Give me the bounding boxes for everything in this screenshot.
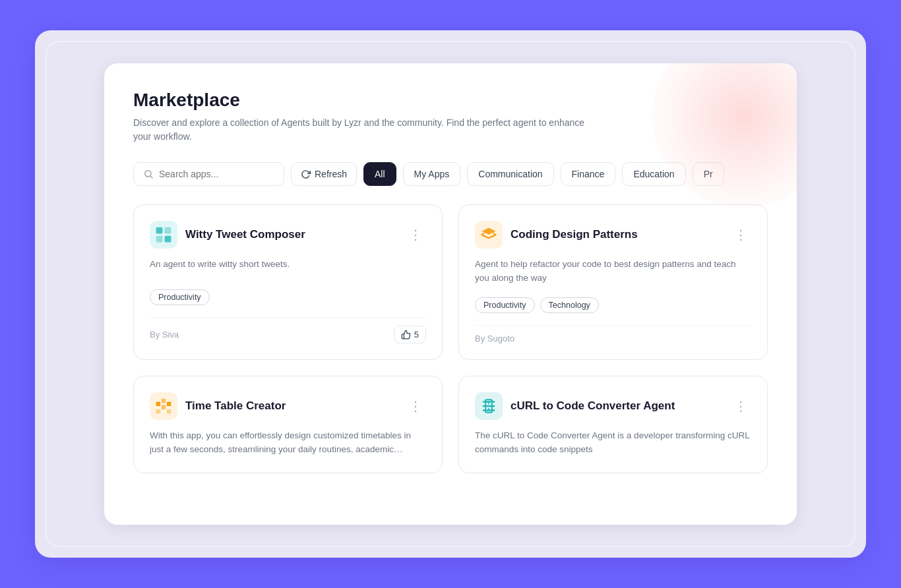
app-icon-coding <box>475 221 503 249</box>
refresh-icon <box>301 169 311 179</box>
card-author-coding: By Sugoto <box>475 334 514 343</box>
tag-technology-coding: Technology <box>540 297 599 313</box>
card-tags-tweet: Productivity <box>150 289 426 305</box>
app-icon-tweet <box>150 221 177 249</box>
more-button-tweet[interactable]: ⋮ <box>405 227 426 243</box>
more-button-curl[interactable]: ⋮ <box>730 398 751 414</box>
card-curl: cURL to Code Converter Agent ⋮ The cURL … <box>458 376 768 473</box>
svg-rect-5 <box>165 236 171 243</box>
more-button-coding[interactable]: ⋮ <box>730 227 751 243</box>
svg-rect-3 <box>165 227 171 234</box>
card-title-row-coding: Coding Design Patterns <box>475 221 638 249</box>
svg-rect-7 <box>162 398 166 403</box>
page-title: Marketplace <box>133 90 768 111</box>
card-header-coding: Coding Design Patterns ⋮ <box>475 221 751 249</box>
svg-line-1 <box>150 176 152 178</box>
refresh-button[interactable]: Refresh <box>291 162 357 186</box>
svg-rect-9 <box>162 405 166 409</box>
svg-rect-11 <box>167 409 171 414</box>
app-icon-timetable <box>150 392 177 420</box>
card-description-tweet: An agent to write witty short tweets. <box>150 258 426 278</box>
card-title-tweet: Witty Tweet Composer <box>185 228 305 241</box>
card-description-coding: Agent to help refactor your code to best… <box>475 258 751 285</box>
card-coding-design: Coding Design Patterns ⋮ Agent to help r… <box>458 204 768 360</box>
tag-productivity-coding: Productivity <box>475 297 535 313</box>
outer-frame: Marketplace Discover and explore a colle… <box>35 30 866 558</box>
more-button-timetable[interactable]: ⋮ <box>405 398 426 414</box>
marketplace-card: Marketplace Discover and explore a colle… <box>104 63 797 525</box>
card-header-timetable: Time Table Creator ⋮ <box>150 392 426 420</box>
card-title-timetable: Time Table Creator <box>185 399 286 413</box>
card-description-timetable: With this app, you can effortlessly desi… <box>150 429 426 457</box>
thumb-up-icon <box>401 330 411 339</box>
svg-rect-2 <box>156 227 163 234</box>
toolbar: Refresh All My Apps Communication Financ… <box>133 162 768 186</box>
filter-finance[interactable]: Finance <box>561 162 616 186</box>
card-title-coding: Coding Design Patterns <box>511 228 638 241</box>
card-footer-coding: By Sugoto <box>475 325 751 343</box>
filter-communication[interactable]: Communication <box>467 162 553 186</box>
like-button-tweet[interactable]: 5 <box>394 326 426 343</box>
filter-all[interactable]: All <box>363 162 396 186</box>
like-count-tweet: 5 <box>414 330 419 339</box>
card-author-tweet: By Siva <box>150 330 179 339</box>
card-title-row-timetable: Time Table Creator <box>150 392 286 420</box>
tag-productivity: Productivity <box>150 289 210 305</box>
page-subtitle: Discover and explore a collection of Age… <box>133 116 595 144</box>
svg-rect-6 <box>156 401 161 406</box>
card-title-row: Witty Tweet Composer <box>150 221 305 249</box>
card-header: Witty Tweet Composer ⋮ <box>150 221 426 249</box>
card-timetable: Time Table Creator ⋮ With this app, you … <box>133 376 443 473</box>
search-icon <box>143 169 154 179</box>
filter-productivity-short[interactable]: Pr <box>693 162 724 186</box>
card-witty-tweet: Witty Tweet Composer ⋮ An agent to write… <box>133 204 443 360</box>
refresh-label: Refresh <box>315 169 347 179</box>
card-description-curl: The cURL to Code Converter Agent is a de… <box>475 429 751 457</box>
svg-rect-10 <box>156 409 161 414</box>
filter-education[interactable]: Education <box>622 162 685 186</box>
card-tags-coding: Productivity Technology <box>475 297 751 313</box>
search-input[interactable] <box>159 169 274 179</box>
cards-grid: Witty Tweet Composer ⋮ An agent to write… <box>133 204 768 473</box>
card-footer-tweet: By Siva 5 <box>150 317 426 343</box>
app-icon-curl <box>475 392 503 420</box>
filter-my-apps[interactable]: My Apps <box>403 162 461 186</box>
svg-rect-8 <box>167 401 171 406</box>
svg-rect-4 <box>156 236 163 243</box>
card-title-curl: cURL to Code Converter Agent <box>511 399 675 413</box>
search-container <box>133 162 284 186</box>
card-header-curl: cURL to Code Converter Agent ⋮ <box>475 392 751 420</box>
card-title-row-curl: cURL to Code Converter Agent <box>475 392 675 420</box>
